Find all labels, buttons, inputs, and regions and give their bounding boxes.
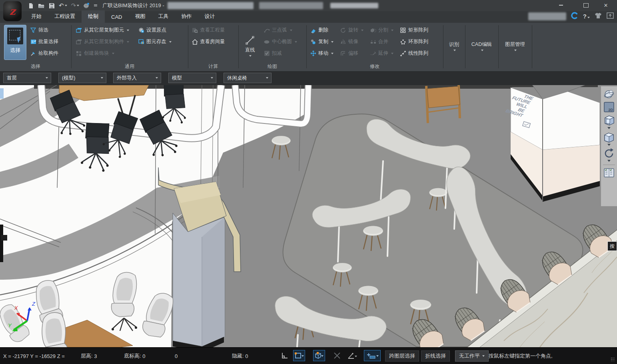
copy-button[interactable]: 复制 [307,36,336,48]
cross-layer-select-button[interactable]: 跨图层选择 [385,350,419,362]
orbit-icon [603,88,615,100]
redo-button[interactable]: ↷ [70,2,80,9]
recognize-button[interactable]: 识别 [444,24,464,68]
ribbon-tab-bar: 开始 工程设置 绘制 CAD 视图 工具 协作 设计 [0,11,617,23]
tab-cad[interactable]: CAD [105,12,128,23]
axis-x-label: X [14,305,18,311]
deco-block-icon [76,50,82,57]
line-button[interactable]: 直线 [241,24,259,68]
cube-snap-toggle[interactable] [313,350,325,361]
close-icon: ✕ [604,2,608,8]
maximize-button[interactable] [578,0,594,10]
tab-collaborate[interactable]: 协作 [175,10,198,23]
mirror-button[interactable]: 镜像 [337,36,366,48]
line-icon [245,36,255,45]
rotate-view-icon [603,147,615,159]
display-settings-tool[interactable] [603,167,615,178]
close-button[interactable]: ✕ [598,0,614,10]
subtract-toggle[interactable]: 扣减 [261,48,300,59]
ribbon-group-draw: 直线 三点弧 中心椭圆 扣减 绘图 [238,23,306,71]
set-origin-button[interactable]: 设置原点 [135,24,174,36]
pick-component-button[interactable]: 拾取构件 [27,48,61,59]
model-view-select[interactable]: (模型) [58,73,106,83]
ribbon-group-calculate: 查看工程量 查看房间量 计算 [188,23,238,71]
redacted-text [259,2,323,9]
delete-button[interactable]: 删除 [307,24,336,36]
category-select[interactable]: 外部导入 [113,73,161,83]
tracking-toggle[interactable] [364,350,381,361]
move-button[interactable]: 移动 [307,48,336,59]
blue-sliver [0,88,4,99]
linear-array-button[interactable]: 线性阵列 [397,48,431,59]
redo-icon: ↷ [71,3,76,8]
orbit-tool[interactable] [603,88,615,100]
select-icon [7,28,23,44]
ribbon-group-cad-edit: CAD编辑 [465,23,498,71]
extend-button[interactable]: 延伸 [367,48,396,59]
new-file-button[interactable] [27,2,35,10]
floor-select[interactable]: 首层 [3,73,51,83]
publish-button[interactable] [607,12,614,20]
svg-text:2D: 2D [608,108,613,112]
tab-draw[interactable]: 绘制 [82,10,105,23]
view-2d-tool[interactable]: 2D [603,101,615,113]
polyline-select-button[interactable]: 折线选择 [421,350,450,362]
workplane-select[interactable]: 无工作平 [455,350,489,362]
cad-edit-button[interactable]: CAD编辑 [467,24,497,68]
merge-button[interactable]: 合并 [367,36,396,48]
quick-access-customize-button[interactable] [93,2,98,9]
view-toolbar: 2D [601,86,617,207]
three-point-arc-button[interactable]: 三点弧 [261,24,300,36]
ring-array-button[interactable]: 环形阵列 [397,36,431,48]
angle-snap-toggle[interactable] [346,350,358,361]
new-file-icon [28,3,34,9]
tab-project-settings[interactable]: 工程设置 [48,10,82,23]
help-button[interactable]: ? [583,13,590,20]
create-deco-block-button[interactable]: 创建装饰块 [73,48,132,59]
view-3d-tool[interactable] [603,114,615,130]
command-hint: 按鼠标左键指定第一个角点, [489,348,553,364]
dropdown-caret [607,160,611,162]
help-icon: ? [583,13,587,20]
copy-components-from-layer-button[interactable]: 从其它层复制构件 [73,36,132,48]
resize-grip[interactable] [611,357,615,361]
view-quantities-button[interactable]: 查看工程量 [189,24,228,36]
split-button[interactable]: 分割 [367,24,396,36]
component-select[interactable]: 休闲桌椅 [224,73,272,83]
save-element-button[interactable]: 图元存盘 [135,36,174,48]
minimize-button[interactable] [553,0,569,10]
origin-icon [138,27,144,34]
assistant-button[interactable] [571,12,578,20]
rect-array-button[interactable]: 矩形阵列 [397,24,431,36]
offset-button[interactable]: 偏移 [337,48,366,59]
type-select[interactable]: 模型 [168,73,216,83]
rotate-view-tool[interactable] [603,147,615,163]
eyedropper-icon [30,50,36,57]
rotate-button[interactable]: 旋转 [337,24,366,36]
layer-copy-icon [76,39,82,45]
sync-button[interactable] [82,2,90,10]
rect-snap-toggle[interactable] [293,350,305,361]
snap-cross-toggle[interactable] [331,350,343,361]
view-iso-tool[interactable] [603,131,615,147]
tab-design[interactable]: 设计 [198,10,221,23]
app-logo[interactable]: z [3,1,22,21]
tab-view[interactable]: 视图 [128,10,152,23]
copy-elements-from-layer-button[interactable]: 从其它层复制图元 [73,24,132,36]
layer-manage-button[interactable]: 图层管理 [500,24,530,68]
tab-home[interactable]: 开始 [25,10,48,23]
undo-button[interactable]: ↶ [58,2,68,9]
ortho-toggle[interactable] [279,350,291,361]
model-viewport[interactable]: THE FUTURE WILL BE BRIGHT [0,85,617,347]
batch-select-button[interactable]: 批量选择 [27,36,61,48]
theme-button[interactable] [595,12,602,20]
display-settings-icon [603,167,615,178]
select-button[interactable]: 选择 [4,25,26,60]
open-file-button[interactable] [37,2,46,10]
view-room-quantities-button[interactable]: 查看房间量 [189,36,228,48]
center-ellipse-button[interactable]: 中心椭圆 [261,36,300,48]
tab-tools[interactable]: 工具 [152,10,175,23]
save-button[interactable] [48,2,56,10]
filter-button[interactable]: 筛选 [27,24,61,36]
customize-icon [94,3,98,8]
